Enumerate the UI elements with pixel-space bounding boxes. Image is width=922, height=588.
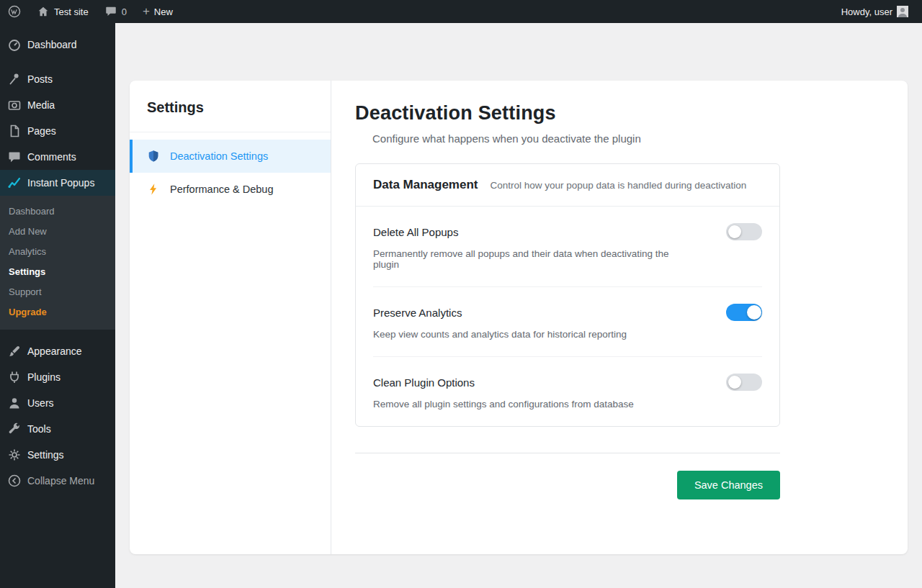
- footer-actions: Save Changes: [355, 471, 780, 499]
- sidebar-item-posts[interactable]: Posts: [0, 66, 115, 92]
- lightning-icon: [147, 183, 160, 196]
- popup-chart-icon: [7, 176, 22, 190]
- nav-item-label: Deactivation Settings: [170, 150, 268, 162]
- toggle-preserve-analytics[interactable]: [726, 304, 762, 321]
- toggle-delete-all-popups[interactable]: [726, 223, 762, 240]
- plugin-settings-card: Settings Deactivation Settings Performan…: [130, 81, 908, 554]
- sidebar-item-plugins[interactable]: Plugins: [0, 364, 115, 390]
- collapse-arrow-icon: [7, 474, 22, 488]
- setting-label: Delete All Popups: [373, 226, 458, 238]
- sidebar-item-collapse-menu[interactable]: Collapse Menu: [0, 468, 115, 494]
- setting-row-preserve-analytics: Preserve Analytics Keep view counts and …: [373, 287, 762, 357]
- wp-logo-menu[interactable]: [0, 0, 29, 23]
- howdy-account-menu[interactable]: Howdy, user: [833, 6, 916, 17]
- sidebar-item-appearance[interactable]: Appearance: [0, 338, 115, 364]
- settings-panel: Deactivation Settings Configure what hap…: [331, 81, 908, 554]
- sidebar-label: Media: [27, 99, 55, 111]
- comments-count: 0: [122, 6, 127, 17]
- nav-item-performance-debug[interactable]: Performance & Debug: [130, 173, 331, 206]
- site-name-label: Test site: [54, 6, 89, 17]
- toggle-knob: [728, 376, 741, 389]
- setting-label: Preserve Analytics: [373, 307, 462, 319]
- sidebar-label: Tools: [27, 423, 51, 435]
- camera-icon: [7, 98, 22, 112]
- data-management-section: Data Management Control how your popup d…: [355, 163, 780, 427]
- speech-bubble-icon: [7, 150, 22, 164]
- user-icon: [7, 396, 22, 410]
- nav-item-deactivation-settings[interactable]: Deactivation Settings: [130, 140, 331, 173]
- submenu-item-upgrade[interactable]: Upgrade: [0, 302, 115, 322]
- toggle-clean-plugin-options[interactable]: [726, 374, 762, 391]
- setting-description: Remove all plugin settings and configura…: [373, 399, 762, 410]
- admin-bar: Test site 0 + New Howdy, user: [0, 0, 922, 23]
- document-icon: [7, 124, 22, 138]
- sidebar-label: Plugins: [27, 371, 61, 383]
- sidebar-item-settings[interactable]: Settings: [0, 442, 115, 468]
- howdy-label: Howdy, user: [841, 6, 892, 17]
- home-icon: [37, 5, 50, 18]
- admin-content-area: Settings Deactivation Settings Performan…: [115, 23, 922, 588]
- page-title: Deactivation Settings: [355, 102, 780, 125]
- page-subtitle: Configure what happens when you deactiva…: [372, 132, 780, 145]
- sidebar-label: Pages: [27, 125, 56, 137]
- sidebar-item-comments[interactable]: Comments: [0, 144, 115, 170]
- setting-row-clean-plugin-options: Clean Plugin Options Remove all plugin s…: [373, 357, 762, 426]
- sidebar-item-media[interactable]: Media: [0, 92, 115, 118]
- wordpress-icon: [8, 5, 21, 18]
- setting-label: Clean Plugin Options: [373, 376, 475, 389]
- wrench-icon: [7, 422, 22, 436]
- new-content-menu[interactable]: + New: [135, 0, 181, 23]
- dashboard-icon: [7, 37, 22, 52]
- settings-rows: Delete All Popups Permanently remove all…: [356, 207, 779, 426]
- comment-icon: [104, 5, 117, 18]
- submenu-item-dashboard[interactable]: Dashboard: [0, 202, 115, 222]
- submenu-item-analytics[interactable]: Analytics: [0, 242, 115, 262]
- setting-row-delete-all-popups: Delete All Popups Permanently remove all…: [373, 207, 762, 287]
- sidebar-item-users[interactable]: Users: [0, 390, 115, 416]
- plus-icon: +: [143, 5, 150, 17]
- plugin-settings-nav: Settings Deactivation Settings Performan…: [130, 81, 331, 554]
- sidebar-label: Collapse Menu: [27, 475, 94, 487]
- submenu-item-settings[interactable]: Settings: [0, 262, 115, 282]
- paintbrush-icon: [7, 344, 22, 358]
- footer-divider: [355, 453, 780, 453]
- plug-icon: [7, 370, 22, 384]
- admin-sidebar: Dashboard Posts Media Pages Comments: [0, 23, 115, 588]
- new-content-label: New: [154, 6, 173, 17]
- sidebar-label: Settings: [27, 449, 64, 461]
- sidebar-label: Instant Popups: [27, 177, 94, 189]
- avatar: [897, 6, 908, 17]
- submenu-item-add-new[interactable]: Add New: [0, 222, 115, 242]
- user-avatar-icon: [897, 6, 908, 17]
- submenu-item-support[interactable]: Support: [0, 282, 115, 302]
- sidebar-label: Appearance: [27, 345, 82, 357]
- toggle-knob: [728, 225, 741, 238]
- sidebar-item-dashboard[interactable]: Dashboard: [0, 32, 115, 58]
- sidebar-item-pages[interactable]: Pages: [0, 118, 115, 144]
- section-title: Data Management: [373, 178, 478, 192]
- admin-bar-right: Howdy, user: [833, 0, 922, 23]
- comments-shortcut[interactable]: 0: [97, 0, 135, 23]
- sidebar-label: Dashboard: [27, 39, 77, 50]
- site-name-menu[interactable]: Test site: [29, 0, 97, 23]
- settings-nav-title: Settings: [130, 99, 331, 132]
- nav-item-label: Performance & Debug: [170, 184, 273, 195]
- menu-separator: [0, 58, 115, 66]
- menu-separator: [0, 330, 115, 338]
- sidebar-label: Comments: [27, 151, 76, 163]
- save-changes-button[interactable]: Save Changes: [677, 471, 780, 499]
- pin-icon: [7, 72, 22, 86]
- sidebar-label: Users: [27, 397, 54, 409]
- toggle-knob: [747, 305, 761, 320]
- section-header: Data Management Control how your popup d…: [356, 164, 779, 207]
- sidebar-item-instant-popups[interactable]: Instant Popups: [0, 170, 115, 196]
- instant-popups-submenu: Dashboard Add New Analytics Settings Sup…: [0, 196, 115, 330]
- gear-icon: [7, 448, 22, 462]
- setting-description: Permanently remove all popups and their …: [373, 248, 762, 270]
- section-description: Control how your popup data is handled d…: [490, 180, 746, 191]
- sidebar-label: Posts: [27, 73, 53, 85]
- setting-description: Keep view counts and analytics data for …: [373, 329, 762, 340]
- shield-icon: [147, 150, 160, 163]
- settings-nav-list: Deactivation Settings Performance & Debu…: [130, 132, 331, 206]
- sidebar-item-tools[interactable]: Tools: [0, 416, 115, 442]
